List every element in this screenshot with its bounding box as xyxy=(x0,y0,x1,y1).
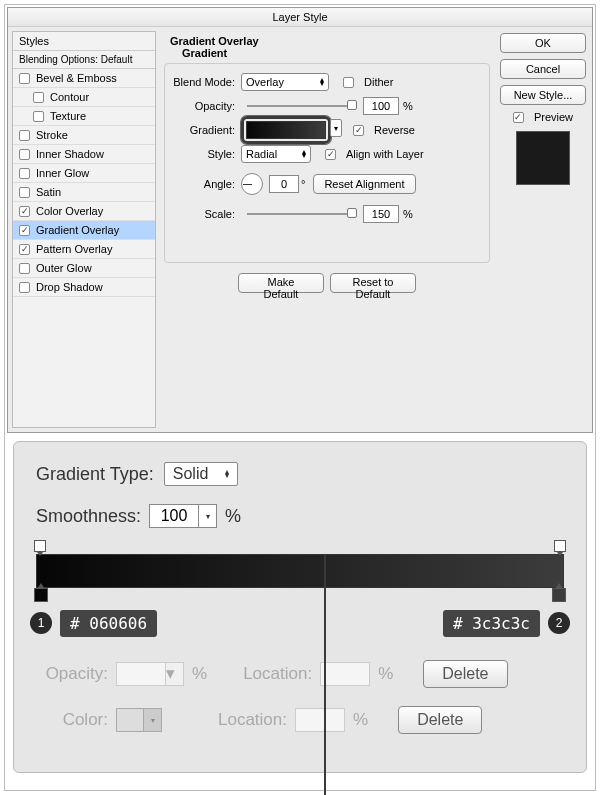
stop-color-label: Color: xyxy=(36,710,108,730)
section-subtitle: Gradient xyxy=(182,47,490,59)
pct-label-4: % xyxy=(192,664,207,684)
ok-button[interactable]: OK xyxy=(500,33,586,53)
opacity-stop-right[interactable] xyxy=(554,540,566,552)
preview-checkbox[interactable]: Preview xyxy=(500,111,586,123)
opacity-label: Opacity: xyxy=(173,100,241,112)
style-checkbox[interactable] xyxy=(19,168,30,179)
pct-label-6: % xyxy=(353,710,368,730)
style-label: Satin xyxy=(36,186,61,198)
style-label: Drop Shadow xyxy=(36,281,103,293)
stop-location-label: Location: xyxy=(243,664,312,684)
delete-color-stop-button[interactable]: Delete xyxy=(398,706,482,734)
style-checkbox[interactable] xyxy=(19,263,30,274)
gradient-type-select[interactable]: Solid▴▾ xyxy=(164,462,238,486)
style-item-outer-glow[interactable]: Outer Glow xyxy=(13,259,155,278)
color-stop-left[interactable] xyxy=(34,588,48,602)
style-item-satin[interactable]: Satin xyxy=(13,183,155,202)
hex-label-1: # 060606 xyxy=(60,610,157,637)
style-label: Contour xyxy=(50,91,89,103)
blend-mode-label: Blend Mode: xyxy=(173,76,241,88)
style-label: Gradient Overlay xyxy=(36,224,119,236)
style-select[interactable]: Radial▴▾ xyxy=(241,145,311,163)
pct-label: % xyxy=(403,100,413,112)
align-with-layer-checkbox[interactable]: Align with Layer xyxy=(325,148,424,160)
angle-dial[interactable] xyxy=(241,173,263,195)
stop-color-dropdown: ▾ xyxy=(144,708,162,732)
dialog-title: Layer Style xyxy=(8,8,592,27)
angle-label: Angle: xyxy=(173,178,241,190)
style-item-stroke[interactable]: Stroke xyxy=(13,126,155,145)
gradient-picker[interactable]: ▾ xyxy=(241,116,331,144)
dither-checkbox[interactable]: Dither xyxy=(343,76,393,88)
stop-location-input-1 xyxy=(320,662,370,686)
smoothness-input[interactable] xyxy=(149,504,199,528)
style-label: Style: xyxy=(173,148,241,160)
delete-opacity-stop-button[interactable]: Delete xyxy=(423,660,507,688)
new-style-button[interactable]: New Style... xyxy=(500,85,586,105)
blending-options-header[interactable]: Blending Options: Default xyxy=(13,51,155,69)
stop-color-swatch xyxy=(116,708,144,732)
style-checkbox[interactable] xyxy=(19,244,30,255)
gradient-type-label: Gradient Type: xyxy=(36,464,154,485)
reset-to-default-button[interactable]: Reset to Default xyxy=(330,273,416,293)
scale-label: Scale: xyxy=(173,208,241,220)
gradient-label: Gradient: xyxy=(173,124,241,136)
style-item-bevel-emboss[interactable]: Bevel & Emboss xyxy=(13,69,155,88)
style-label: Inner Shadow xyxy=(36,148,104,160)
preview-swatch xyxy=(516,131,570,185)
annotation-badge-1: 1 xyxy=(30,612,52,634)
pct-label-5: % xyxy=(378,664,393,684)
style-label: Stroke xyxy=(36,129,68,141)
style-checkbox[interactable] xyxy=(19,73,30,84)
hex-label-2: # 3c3c3c xyxy=(443,610,540,637)
style-checkbox[interactable] xyxy=(19,206,30,217)
section-title: Gradient Overlay xyxy=(170,35,490,47)
make-default-button[interactable]: Make Default xyxy=(238,273,324,293)
stop-location-label-2: Location: xyxy=(218,710,287,730)
reverse-checkbox[interactable]: Reverse xyxy=(353,124,415,136)
style-item-pattern-overlay[interactable]: Pattern Overlay xyxy=(13,240,155,259)
style-label: Bevel & Emboss xyxy=(36,72,117,84)
style-label: Pattern Overlay xyxy=(36,243,112,255)
gradient-bar[interactable] xyxy=(36,554,564,588)
stop-location-input-2 xyxy=(295,708,345,732)
color-stop-right[interactable] xyxy=(552,588,566,602)
style-checkbox[interactable] xyxy=(19,225,30,236)
styles-panel: Styles Blending Options: Default Bevel &… xyxy=(12,31,156,428)
angle-input[interactable] xyxy=(269,175,299,193)
style-label: Texture xyxy=(50,110,86,122)
pct-label-3: % xyxy=(225,506,241,527)
style-item-texture[interactable]: Texture xyxy=(13,107,155,126)
styles-header[interactable]: Styles xyxy=(13,32,155,51)
scale-slider[interactable] xyxy=(247,213,357,215)
style-checkbox[interactable] xyxy=(33,111,44,122)
opacity-slider[interactable] xyxy=(247,105,357,107)
blend-mode-select[interactable]: Overlay▴▾ xyxy=(241,73,329,91)
annotation-badge-2: 2 xyxy=(548,612,570,634)
smoothness-stepper[interactable]: ▾ xyxy=(199,504,217,528)
style-item-color-overlay[interactable]: Color Overlay xyxy=(13,202,155,221)
style-label: Color Overlay xyxy=(36,205,103,217)
style-item-inner-glow[interactable]: Inner Glow xyxy=(13,164,155,183)
gradient-editor-panel: Gradient Type: Solid▴▾ Smoothness: ▾ % 1… xyxy=(13,441,587,773)
scale-input[interactable] xyxy=(363,205,399,223)
style-checkbox[interactable] xyxy=(19,187,30,198)
deg-label: ° xyxy=(301,178,305,190)
stop-opacity-input xyxy=(116,662,166,686)
style-checkbox[interactable] xyxy=(19,282,30,293)
opacity-input[interactable] xyxy=(363,97,399,115)
gradient-dropdown-icon[interactable]: ▾ xyxy=(330,119,342,137)
style-checkbox[interactable] xyxy=(19,149,30,160)
style-checkbox[interactable] xyxy=(33,92,44,103)
pct-label-2: % xyxy=(403,208,413,220)
style-checkbox[interactable] xyxy=(19,130,30,141)
style-label: Outer Glow xyxy=(36,262,92,274)
style-item-contour[interactable]: Contour xyxy=(13,88,155,107)
style-item-gradient-overlay[interactable]: Gradient Overlay xyxy=(13,221,155,240)
cancel-button[interactable]: Cancel xyxy=(500,59,586,79)
style-item-inner-shadow[interactable]: Inner Shadow xyxy=(13,145,155,164)
stop-opacity-label: Opacity: xyxy=(36,664,108,684)
style-item-drop-shadow[interactable]: Drop Shadow xyxy=(13,278,155,297)
reset-alignment-button[interactable]: Reset Alignment xyxy=(313,174,415,194)
opacity-stop-left[interactable] xyxy=(34,540,46,552)
